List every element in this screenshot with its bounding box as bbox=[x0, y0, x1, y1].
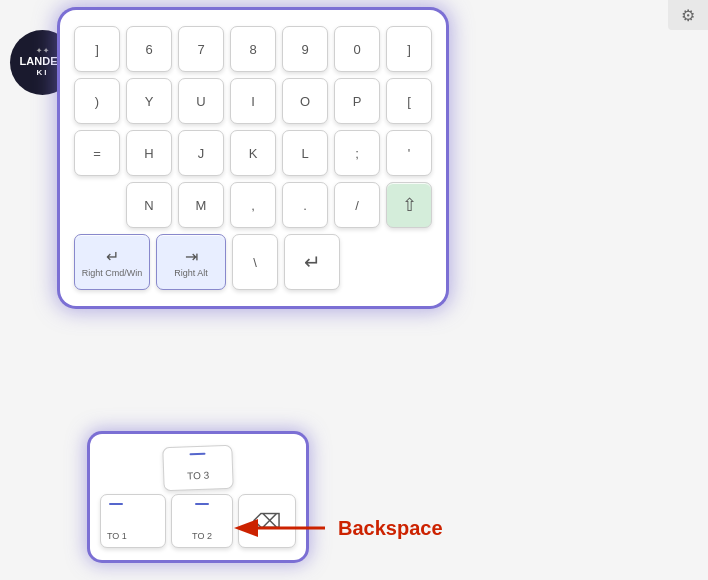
key-i[interactable]: I bbox=[230, 78, 276, 124]
key-8[interactable]: 8 bbox=[230, 26, 276, 72]
key-p[interactable]: P bbox=[334, 78, 380, 124]
logo-text: ✦ ✦ LANDER KI bbox=[20, 47, 66, 78]
key-h[interactable]: H bbox=[126, 130, 172, 176]
key-paren-right[interactable]: ) bbox=[74, 78, 120, 124]
bottom-cluster-wrapper: TO 3 TO 1 TO 2 ⌫ Backspace bbox=[90, 434, 306, 560]
key-j[interactable]: J bbox=[178, 130, 224, 176]
key-m[interactable]: M bbox=[178, 182, 224, 228]
key-shift-right[interactable]: ⇧ bbox=[386, 182, 432, 228]
key-y[interactable]: Y bbox=[126, 78, 172, 124]
key-slash[interactable]: / bbox=[334, 182, 380, 228]
key-to1-label: TO 1 bbox=[107, 531, 127, 541]
key-row-2: ) Y U I O P [ bbox=[74, 78, 432, 124]
key-l[interactable]: L bbox=[282, 130, 328, 176]
key-to2[interactable]: TO 2 bbox=[171, 494, 233, 548]
key-bracket-left[interactable]: [ bbox=[386, 78, 432, 124]
key-equals[interactable]: = bbox=[74, 130, 120, 176]
key-0[interactable]: 0 bbox=[334, 26, 380, 72]
key-u[interactable]: U bbox=[178, 78, 224, 124]
cluster-top-row: TO 3 bbox=[100, 446, 296, 490]
key-right-cmd[interactable]: ↵ Right Cmd/Win bbox=[74, 234, 150, 290]
key-to2-label: TO 2 bbox=[192, 531, 212, 541]
key-n[interactable]: N bbox=[126, 182, 172, 228]
key-6[interactable]: 6 bbox=[126, 26, 172, 72]
red-arrow bbox=[230, 514, 330, 542]
key-bracket-right-top[interactable]: ] bbox=[74, 26, 120, 72]
key-enter[interactable]: ↵ bbox=[284, 234, 340, 290]
key-k[interactable]: K bbox=[230, 130, 276, 176]
spacer bbox=[74, 182, 120, 228]
key-row-5: ↵ Right Cmd/Win ⇥ Right Alt \ ↵ bbox=[74, 234, 432, 290]
key-period[interactable]: . bbox=[282, 182, 328, 228]
key-to3-label: TO 3 bbox=[187, 469, 209, 481]
key-backslash[interactable]: \ bbox=[232, 234, 278, 290]
key-7[interactable]: 7 bbox=[178, 26, 224, 72]
backspace-annotation: Backspace bbox=[230, 514, 443, 542]
key-to1[interactable]: TO 1 bbox=[100, 494, 166, 548]
gear-button[interactable]: ⚙ bbox=[668, 0, 708, 30]
key-comma[interactable]: , bbox=[230, 182, 276, 228]
main-keyboard: ] 6 7 8 9 0 ] ) Y U I O P [ = H J K L ; … bbox=[60, 10, 446, 306]
key-cmd-icon: ↵ bbox=[106, 247, 119, 266]
key-alt-label: Right Alt bbox=[174, 268, 208, 278]
key-cmd-label: Right Cmd/Win bbox=[82, 268, 143, 278]
key-row-4: N M , . / ⇧ bbox=[74, 182, 432, 228]
key-apostrophe[interactable]: ' bbox=[386, 130, 432, 176]
gear-icon: ⚙ bbox=[681, 6, 695, 25]
key-bracket-right-2[interactable]: ] bbox=[386, 26, 432, 72]
backspace-label: Backspace bbox=[338, 517, 443, 540]
key-semicolon[interactable]: ; bbox=[334, 130, 380, 176]
key-9[interactable]: 9 bbox=[282, 26, 328, 72]
key-alt-icon: ⇥ bbox=[185, 247, 198, 266]
key-row-1: ] 6 7 8 9 0 ] bbox=[74, 26, 432, 72]
key-o[interactable]: O bbox=[282, 78, 328, 124]
key-row-3: = H J K L ; ' bbox=[74, 130, 432, 176]
key-right-alt[interactable]: ⇥ Right Alt bbox=[156, 234, 226, 290]
key-to3[interactable]: TO 3 bbox=[162, 445, 233, 491]
